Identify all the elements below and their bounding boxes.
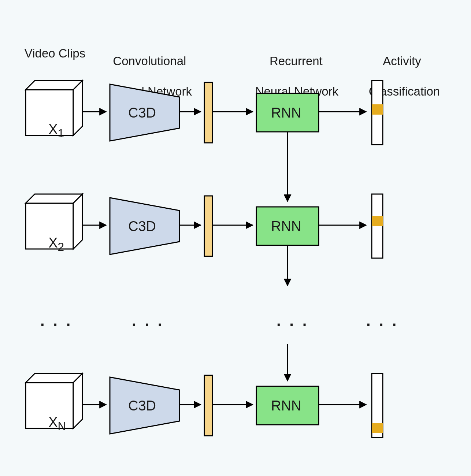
label-rnn-2: RNN [271, 218, 301, 235]
label-rnn-1: RNN [271, 104, 301, 122]
svg-rect-29 [372, 423, 383, 433]
label-c3d-2: C3D [128, 218, 156, 235]
feature-bar-1 [204, 82, 212, 143]
svg-marker-23 [73, 373, 82, 428]
svg-rect-8 [372, 104, 383, 115]
output-bar-1 [372, 81, 383, 145]
x2-sub: 2 [58, 240, 64, 253]
label-x1: X1 [33, 103, 64, 158]
label-c3d-n: C3D [128, 397, 156, 415]
xn-base: X [48, 414, 58, 430]
svg-layer [0, 0, 471, 476]
x1-sub: 1 [58, 126, 64, 140]
ellipsis-col1: . . . [40, 311, 73, 331]
ellipsis-col2: . . . [132, 311, 164, 331]
feature-bar-n [204, 375, 212, 436]
label-rnn-n: RNN [271, 397, 301, 415]
x2-base: X [48, 235, 58, 250]
label-xn: XN [33, 396, 66, 451]
label-c3d-1: C3D [128, 104, 156, 122]
feature-bar-2 [204, 196, 212, 256]
x1-base: X [48, 122, 58, 137]
label-x2: X2 [33, 217, 64, 271]
ellipsis-col4: . . . [366, 311, 398, 331]
output-bar-n [372, 373, 383, 438]
xn-sub: N [58, 419, 66, 432]
ellipsis-col3: . . . [277, 311, 309, 331]
svg-rect-18 [372, 216, 383, 226]
svg-marker-12 [73, 194, 82, 249]
svg-marker-2 [73, 81, 82, 135]
diagram-canvas: Video Clips Convolutional Neural Network… [0, 0, 471, 476]
output-bar-2 [372, 194, 383, 258]
